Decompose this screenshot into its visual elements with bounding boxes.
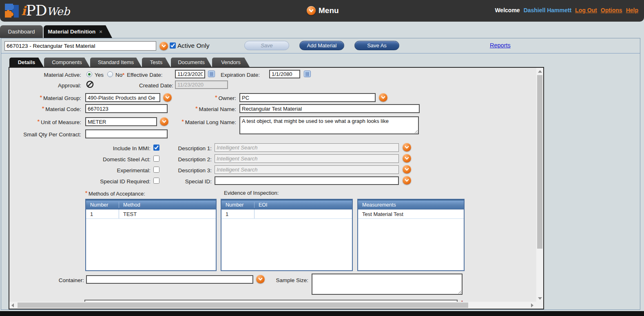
approval-label: Approval: bbox=[9, 82, 81, 89]
save-button[interactable]: Save bbox=[244, 41, 289, 50]
measurements-table[interactable]: Measurements Test Material Test bbox=[357, 199, 465, 271]
tab-dashboard[interactable]: Dashboard bbox=[0, 25, 43, 38]
sample-size-textarea[interactable] bbox=[312, 274, 463, 295]
material-code-input[interactable] bbox=[85, 104, 168, 113]
expiration-date-label: Expiration Date: bbox=[221, 71, 260, 79]
description1-dropdown-icon[interactable] bbox=[403, 143, 411, 151]
tab-components[interactable]: Components bbox=[44, 58, 90, 67]
owner-input[interactable] bbox=[239, 93, 376, 102]
measurements-col: Measurements bbox=[358, 202, 464, 208]
horizontal-scrollbar[interactable] bbox=[9, 302, 543, 309]
methods-cell-number: 1 bbox=[86, 209, 119, 218]
tab-material-definition[interactable]: Material Definition × bbox=[44, 25, 112, 38]
owner-required-marker: * bbox=[215, 94, 217, 100]
reports-link[interactable]: Reports bbox=[490, 42, 511, 49]
tab-standard-items[interactable]: Standard Items bbox=[90, 58, 142, 67]
add-material-button[interactable]: Add Material bbox=[299, 41, 344, 50]
special-id-label: Special ID: bbox=[156, 178, 212, 185]
logo-word-web: Web bbox=[47, 4, 70, 18]
table-row[interactable]: Test Material Test bbox=[358, 209, 464, 219]
material-long-name-textarea[interactable]: A test object, that might be used to see… bbox=[239, 116, 419, 134]
material-name-required-marker: * bbox=[195, 105, 197, 111]
material-long-name-label: *Material Long Name: bbox=[164, 119, 236, 126]
scroll-right-arrow[interactable] bbox=[531, 303, 533, 307]
menu-chevron-icon[interactable] bbox=[307, 6, 316, 15]
vertical-scroll-thumb[interactable] bbox=[537, 75, 542, 249]
methods-of-acceptance-table[interactable]: Number Method 1 TEST bbox=[85, 199, 217, 271]
effective-date-label: Effective Date: bbox=[127, 71, 163, 79]
scroll-down-arrow[interactable] bbox=[538, 297, 542, 300]
tab-documents[interactable]: Documents bbox=[171, 58, 212, 67]
material-group-label: *Material Group: bbox=[9, 95, 81, 102]
active-only-checkbox[interactable] bbox=[170, 42, 176, 49]
menu-button[interactable]: Menu bbox=[307, 6, 339, 15]
eoi-col-number: Number bbox=[221, 202, 254, 208]
material-name-label: *Material Name: bbox=[164, 106, 236, 113]
detail-tab-strip: Details Components Standard Items Tests … bbox=[9, 58, 250, 67]
app-header: iPDWeb Menu Welcome Dashiell Hammett Log… bbox=[0, 0, 644, 22]
special-id-input[interactable] bbox=[215, 176, 399, 185]
save-as-button[interactable]: Save As bbox=[354, 41, 399, 50]
help-link[interactable]: Help bbox=[626, 7, 638, 13]
menu-label[interactable]: Menu bbox=[319, 6, 339, 15]
unit-of-measure-input[interactable] bbox=[85, 117, 157, 126]
tab-vendors[interactable]: Vendors bbox=[212, 58, 250, 67]
tab-details[interactable]: Details bbox=[9, 58, 44, 67]
container-label: Container: bbox=[9, 277, 84, 284]
table-row[interactable]: 1 TEST bbox=[86, 209, 216, 219]
container-input[interactable] bbox=[86, 275, 253, 284]
expiration-date-input[interactable] bbox=[269, 70, 300, 78]
puzzle-logo-icon bbox=[4, 3, 20, 18]
vertical-scrollbar[interactable] bbox=[536, 68, 543, 302]
material-group-input[interactable] bbox=[85, 93, 160, 102]
close-icon[interactable]: × bbox=[99, 25, 102, 38]
table-row[interactable]: 1 bbox=[221, 209, 352, 219]
horizontal-scroll-thumb[interactable] bbox=[18, 303, 468, 308]
scroll-left-arrow[interactable] bbox=[11, 303, 14, 307]
eoi-table-header: Number EOI bbox=[221, 200, 352, 209]
scroll-up-arrow[interactable] bbox=[538, 70, 542, 73]
small-qty-per-contract-label: Small Qty Per Contract: bbox=[9, 131, 81, 138]
description2-input[interactable] bbox=[215, 154, 399, 163]
footer-bar bbox=[0, 311, 644, 316]
small-qty-per-contract-input[interactable] bbox=[85, 129, 168, 138]
logo-letters-pd: PD bbox=[26, 3, 46, 18]
log-out-link[interactable]: Log Out bbox=[575, 7, 597, 13]
material-active-label: Material Active: bbox=[9, 71, 81, 79]
created-date-label: Created Date: bbox=[132, 82, 173, 89]
description1-input[interactable] bbox=[215, 143, 399, 152]
tab-tests[interactable]: Tests bbox=[142, 58, 170, 67]
material-active-no-label: No bbox=[115, 71, 122, 79]
description2-dropdown-icon[interactable] bbox=[403, 154, 411, 162]
evidence-of-inspection-table[interactable]: Number EOI 1 bbox=[221, 199, 353, 271]
description1-label: Description 1: bbox=[156, 145, 212, 152]
expiration-date-calendar-icon[interactable] bbox=[304, 71, 311, 77]
include-in-mmi-label: Include In MMI: bbox=[34, 145, 150, 152]
methods-col-method: Method bbox=[119, 202, 216, 208]
methods-cell-method: TEST bbox=[119, 209, 216, 218]
options-link[interactable]: Options bbox=[601, 7, 622, 13]
material-search-input[interactable] bbox=[4, 41, 156, 51]
active-only-label: Active Only bbox=[177, 42, 209, 49]
eoi-cell-number: 1 bbox=[221, 209, 254, 218]
description3-dropdown-icon[interactable] bbox=[403, 165, 411, 174]
tab-material-definition-label: Material Definition bbox=[48, 25, 95, 38]
description3-input[interactable] bbox=[215, 165, 399, 174]
material-name-input[interactable] bbox=[239, 104, 420, 113]
material-active-no-radio[interactable] bbox=[107, 71, 113, 77]
owner-label: *Owner: bbox=[164, 95, 236, 102]
app-logo: iPDWeb bbox=[4, 3, 70, 18]
eoi-col-eoi: EOI bbox=[254, 202, 352, 208]
material-group-required-marker: * bbox=[40, 94, 42, 100]
special-id-dropdown-icon[interactable] bbox=[403, 176, 411, 185]
material-active-yes-radio[interactable] bbox=[86, 71, 92, 77]
material-code-required-marker: * bbox=[42, 105, 44, 111]
domestic-steel-act-label: Domestic Steel Act: bbox=[34, 156, 150, 163]
container-dropdown-icon[interactable] bbox=[256, 275, 265, 283]
experimental-label: Experimental: bbox=[34, 167, 150, 174]
owner-dropdown-icon[interactable] bbox=[379, 93, 387, 102]
effective-date-calendar-icon[interactable] bbox=[208, 71, 215, 77]
material-search-dropdown-icon[interactable] bbox=[159, 42, 168, 50]
unit-of-measure-label: *Unit of Measure: bbox=[9, 119, 81, 126]
effective-date-input[interactable] bbox=[175, 70, 205, 78]
